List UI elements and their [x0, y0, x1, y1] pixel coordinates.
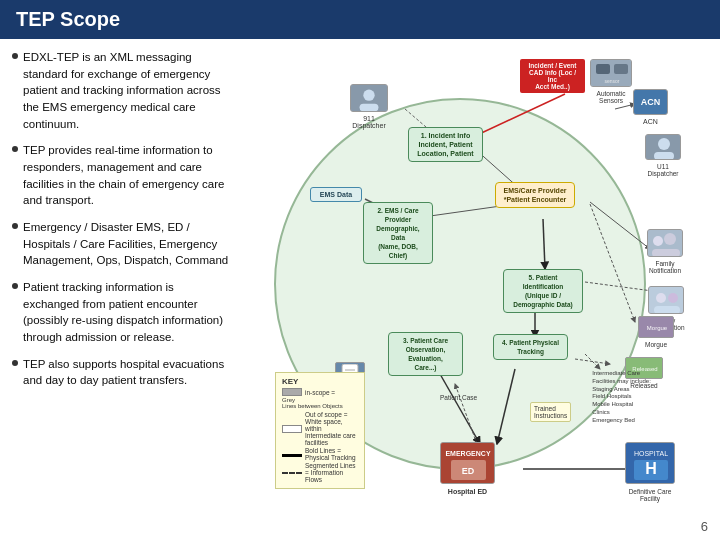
key-swatch-inscope: [282, 388, 302, 396]
acn-image: ACN: [633, 89, 668, 115]
bullet-dot-2: [12, 146, 18, 152]
family-notification-label: FamilyNotification: [649, 260, 681, 274]
bullet-dot-3: [12, 223, 18, 229]
slide-container: TEP Scope EDXL-TEP is an XML messaging s…: [0, 0, 720, 540]
node-ems-provider-text: 2. EMS / CareProviderDemographic, Data(N…: [376, 207, 419, 259]
bullet-text-1: EDXL-TEP is an XML messaging standard fo…: [23, 49, 232, 132]
svg-rect-33: [654, 152, 674, 160]
key-title: KEY: [282, 377, 358, 386]
bullet-text-3: Emergency / Disaster EMS, ED / Hospitals…: [23, 219, 232, 269]
bullet-2: TEP provides real-time information to re…: [12, 142, 232, 209]
slide-title: TEP Scope: [16, 8, 120, 31]
acn-label: ACN: [643, 118, 658, 125]
svg-point-39: [656, 293, 666, 303]
svg-rect-29: [614, 64, 628, 74]
key-swatch-outscope: [282, 425, 302, 433]
svg-line-7: [590, 204, 635, 322]
node-physical-tracking-text: 4. Patient PhysicalTracking: [502, 339, 559, 355]
key-inscope-label: in-scope =: [305, 389, 335, 396]
svg-line-12: [440, 374, 480, 444]
node-incident-box: 1. Incident InfoIncident, PatientLocatio…: [408, 127, 483, 162]
u11-label: U11Dispatcher: [647, 163, 678, 177]
svg-text:Morgue: Morgue: [647, 325, 668, 331]
trainer-instructions: TrainedInstructions: [530, 402, 571, 422]
trainer-instructions-label: TrainedInstructions: [534, 405, 567, 419]
svg-text:sensor: sensor: [604, 78, 619, 84]
node-patient-encounter-box: EMS/Care Provider*Patient Encounter: [495, 182, 575, 208]
hospital-ed-corner: EMERGENCYED Hospital ED: [440, 442, 495, 495]
svg-text:ED: ED: [462, 466, 475, 476]
key-swatch-bold: [282, 454, 302, 457]
node-patient-id-box: 5. PatientIdentification(Unique ID /Demo…: [503, 269, 583, 313]
svg-rect-37: [652, 249, 680, 257]
ems-data-box: EMS Data: [310, 187, 362, 202]
key-line-4: Segmented Lines = Information Flows: [282, 462, 358, 483]
u11-image: [645, 134, 681, 160]
node-ems-provider: 2. EMS / CareProviderDemographic, Data(N…: [363, 202, 433, 264]
node-patient-care-box: 3. Patient CareObservation,Evaluation,Ca…: [388, 332, 463, 376]
svg-point-20: [363, 89, 374, 100]
specialty-care-corner: HOSPITALH Definitive CareFacility: [625, 442, 675, 502]
node-patient-id: 5. PatientIdentification(Unique ID /Demo…: [503, 269, 583, 313]
node-patient-encounter-text: EMS/Care Provider*Patient Encounter: [503, 187, 566, 203]
key-outscope-label: Out of scope = White space, within Inter…: [305, 411, 358, 446]
key-swatch-dashed: [282, 472, 302, 475]
bullet-text-5: TEP also supports hospital evacuations a…: [23, 356, 232, 389]
ems-data-label: EMS Data: [320, 191, 352, 198]
svg-rect-21: [360, 104, 379, 112]
svg-line-17: [455, 384, 477, 444]
bullet-dot-1: [12, 53, 18, 59]
svg-point-36: [664, 233, 676, 245]
intermediate-care-text: Intermediate CareFacilities may include:…: [592, 370, 651, 425]
svg-line-10: [585, 354, 600, 369]
morgue-corner: Morgue Morgue: [638, 316, 674, 348]
morgue-label: Morgue: [645, 341, 667, 348]
auto-sensors-image: sensor: [590, 59, 632, 87]
u11-dispatcher-corner: U11Dispatcher: [645, 134, 681, 177]
node-incident-text: 1. Incident InfoIncident, PatientLocatio…: [417, 132, 473, 157]
specialty-care-image: HOSPITALH: [625, 442, 675, 484]
left-panel: EDXL-TEP is an XML messaging standard fo…: [12, 49, 232, 519]
auto-sensors-corner: sensor AutomaticSensors: [590, 59, 632, 104]
bullet-3: Emergency / Disaster EMS, ED / Hospitals…: [12, 219, 232, 269]
morgue-image: Morgue: [638, 316, 674, 338]
content-area: EDXL-TEP is an XML messaging standard fo…: [0, 39, 720, 529]
patient-case-label: Patient Case: [440, 394, 477, 401]
bullet-1: EDXL-TEP is an XML messaging standard fo…: [12, 49, 232, 132]
svg-line-14: [615, 104, 635, 109]
node-patient-care: 3. Patient CareObservation,Evaluation,Ca…: [388, 332, 463, 376]
key-bold-label: Bold Lines = Physical Tracking: [305, 447, 358, 461]
svg-point-32: [658, 138, 670, 150]
family-reunification-image: [648, 286, 684, 314]
node-incident-info: 1. Incident InfoIncident, PatientLocatio…: [408, 127, 483, 162]
key-line-3: Bold Lines = Physical Tracking: [282, 447, 358, 461]
svg-line-15: [475, 94, 565, 136]
node-patient-care-text: 3. Patient CareObservation,Evaluation,Ca…: [403, 337, 448, 371]
node-physical-tracking-box: 4. Patient PhysicalTracking: [493, 334, 568, 360]
right-panel: Incident / EventCAD Info (Loc / IncAcct …: [242, 49, 708, 519]
svg-point-35: [653, 236, 663, 246]
key-box: KEY in-scope = GreyLines between Objects…: [275, 372, 365, 489]
incident-label: Incident / EventCAD Info (Loc / IncAcct …: [528, 62, 576, 90]
key-line-2: Out of scope = White space, within Inter…: [282, 411, 358, 446]
svg-text:H: H: [645, 460, 657, 477]
family-notification-corner: FamilyNotification: [647, 229, 683, 274]
svg-rect-28: [596, 64, 610, 74]
patient-case: Patient Case: [440, 394, 477, 401]
bullet-text-4: Patient tracking information is exchange…: [23, 279, 232, 346]
node-physical-tracking: 4. Patient PhysicalTracking: [493, 334, 568, 360]
node-ems-provider-box: 2. EMS / CareProviderDemographic, Data(N…: [363, 202, 433, 264]
svg-line-11: [575, 359, 610, 364]
svg-rect-41: [654, 306, 680, 314]
svg-text:HOSPITAL: HOSPITAL: [634, 450, 668, 457]
svg-line-5: [543, 219, 545, 269]
dispatcher-corner: 911Dispatcher: [350, 84, 388, 129]
svg-text:EMERGENCY: EMERGENCY: [445, 450, 490, 457]
slide-number: 6: [701, 519, 708, 534]
svg-point-40: [668, 293, 678, 303]
incident-box: Incident / EventCAD Info (Loc / IncAcct …: [520, 59, 585, 93]
dispatcher-label: 911Dispatcher: [352, 115, 385, 129]
diagram-container: Incident / EventCAD Info (Loc / IncAcct …: [245, 54, 705, 514]
key-dashed-label: Segmented Lines = Information Flows: [305, 462, 358, 483]
key-line-1: in-scope =: [282, 388, 358, 396]
